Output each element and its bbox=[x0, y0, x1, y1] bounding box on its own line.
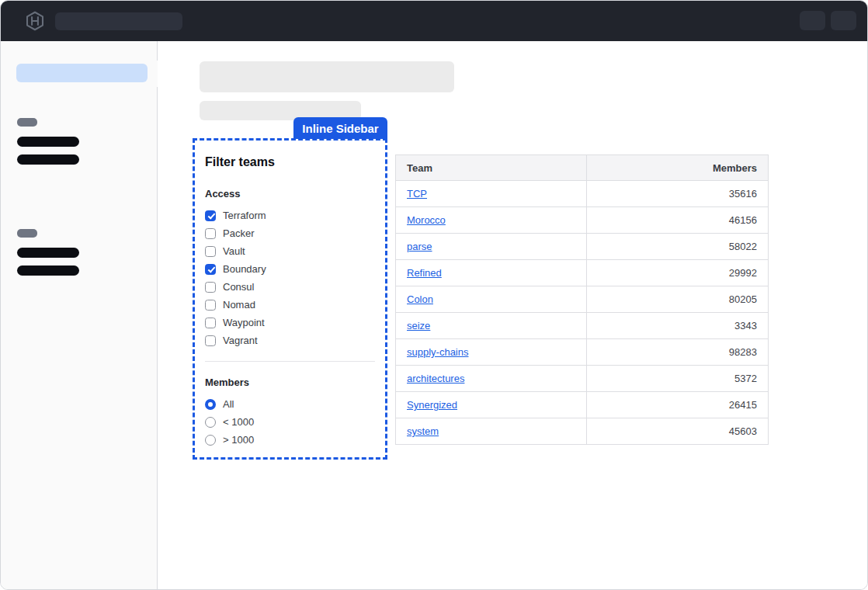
team-link[interactable]: system bbox=[407, 425, 439, 437]
table-row: architectures 5372 bbox=[396, 366, 769, 392]
table-row: Synergized 26415 bbox=[396, 392, 769, 418]
checkbox-label: Waypoint bbox=[223, 317, 265, 328]
checkbox-row-terraform[interactable]: Terraform bbox=[205, 206, 375, 224]
sidebar-link-skeleton[interactable] bbox=[17, 266, 79, 276]
radio-row-gt1000[interactable]: > 1000 bbox=[205, 431, 375, 449]
team-link[interactable]: supply-chains bbox=[407, 346, 469, 358]
members-count: 29992 bbox=[586, 260, 769, 286]
members-group-label: Members bbox=[205, 377, 375, 388]
checkbox-label: Vagrant bbox=[223, 335, 258, 346]
members-all-radio[interactable] bbox=[205, 399, 216, 410]
nomad-checkbox[interactable] bbox=[205, 300, 216, 311]
members-count: 98283 bbox=[586, 339, 769, 366]
topbar-search-placeholder[interactable] bbox=[55, 12, 182, 30]
table-row: Colon 80205 bbox=[396, 286, 769, 313]
checkbox-label: Packer bbox=[223, 227, 254, 239]
members-count: 35616 bbox=[586, 181, 769, 207]
members-gt1000-radio[interactable] bbox=[205, 435, 216, 446]
teams-table: Team Members TCP 35616 Morocco 46156 par… bbox=[395, 154, 769, 445]
table-row: TCP 35616 bbox=[396, 181, 769, 207]
table-row: parse 58022 bbox=[396, 234, 769, 260]
team-link[interactable]: Synergized bbox=[407, 399, 457, 411]
topbar-action-button-1[interactable] bbox=[800, 11, 825, 30]
table-row: seize 3343 bbox=[396, 313, 769, 339]
table-row: system 45603 bbox=[396, 418, 769, 445]
component-label-badge: Inline Sidebar bbox=[293, 117, 387, 139]
page-title-skeleton bbox=[200, 61, 454, 92]
checkbox-label: Vault bbox=[223, 245, 245, 257]
vault-checkbox[interactable] bbox=[205, 246, 216, 257]
radio-label: < 1000 bbox=[223, 416, 254, 428]
members-count: 80205 bbox=[586, 286, 769, 313]
hashicorp-logo-icon bbox=[25, 11, 45, 31]
checkbox-row-vault[interactable]: Vault bbox=[205, 242, 375, 260]
terraform-checkbox[interactable] bbox=[205, 210, 216, 221]
checkbox-row-packer[interactable]: Packer bbox=[205, 224, 375, 242]
top-navigation-bar bbox=[1, 1, 867, 41]
checkbox-label: Nomad bbox=[223, 299, 255, 311]
sidebar-link-skeleton[interactable] bbox=[17, 154, 79, 165]
radio-label: All bbox=[223, 398, 234, 410]
table-header-row: Team Members bbox=[396, 155, 769, 181]
team-link[interactable]: Morocco bbox=[407, 214, 446, 226]
checkbox-label: Terraform bbox=[223, 210, 266, 221]
members-lt1000-radio[interactable] bbox=[205, 417, 216, 428]
table-row: supply-chains 98283 bbox=[396, 339, 769, 366]
app-sidebar bbox=[1, 41, 158, 589]
checkbox-row-consul[interactable]: Consul bbox=[205, 278, 375, 296]
inline-sidebar-filter-panel: Filter teams Access Terraform Packer Vau… bbox=[193, 138, 387, 460]
sidebar-section-heading-skeleton bbox=[17, 118, 37, 127]
team-link[interactable]: parse bbox=[407, 241, 432, 252]
checkbox-row-nomad[interactable]: Nomad bbox=[205, 296, 375, 314]
sidebar-skeleton-group-2 bbox=[17, 229, 79, 283]
checkbox-label: Consul bbox=[223, 281, 254, 293]
team-column-header: Team bbox=[396, 155, 587, 181]
team-link[interactable]: TCP bbox=[407, 188, 427, 200]
members-count: 5372 bbox=[586, 366, 769, 392]
members-count: 58022 bbox=[586, 234, 769, 260]
table-row: Morocco 46156 bbox=[396, 207, 769, 234]
members-count: 46156 bbox=[586, 207, 769, 234]
sidebar-active-item-skeleton[interactable] bbox=[16, 64, 148, 82]
table-row: Refined 29992 bbox=[396, 260, 769, 286]
app-window: Inline Sidebar Filter teams Access Terra… bbox=[0, 0, 868, 590]
vagrant-checkbox[interactable] bbox=[205, 335, 216, 346]
checkbox-row-vagrant[interactable]: Vagrant bbox=[205, 331, 375, 349]
filter-divider bbox=[205, 361, 375, 362]
main-content: Inline Sidebar Filter teams Access Terra… bbox=[158, 41, 867, 589]
waypoint-checkbox[interactable] bbox=[205, 318, 216, 328]
sidebar-section-heading-skeleton bbox=[17, 229, 37, 238]
consul-checkbox[interactable] bbox=[205, 282, 216, 293]
members-count: 45603 bbox=[586, 418, 769, 445]
sidebar-link-skeleton[interactable] bbox=[17, 137, 79, 147]
team-link[interactable]: seize bbox=[407, 320, 430, 331]
members-count: 3343 bbox=[586, 313, 769, 339]
filter-panel-title: Filter teams bbox=[205, 155, 375, 169]
checkbox-label: Boundary bbox=[223, 263, 266, 275]
checkbox-row-waypoint[interactable]: Waypoint bbox=[205, 314, 375, 331]
topbar-action-button-2[interactable] bbox=[831, 11, 856, 30]
team-link[interactable]: architectures bbox=[407, 373, 464, 384]
radio-label: > 1000 bbox=[223, 434, 254, 446]
team-link[interactable]: Colon bbox=[407, 293, 433, 305]
boundary-checkbox[interactable] bbox=[205, 264, 216, 275]
members-count: 26415 bbox=[586, 392, 769, 418]
team-link[interactable]: Refined bbox=[407, 267, 442, 279]
sidebar-link-skeleton[interactable] bbox=[17, 248, 79, 258]
checkbox-row-boundary[interactable]: Boundary bbox=[205, 260, 375, 278]
access-group-label: Access bbox=[205, 188, 375, 200]
radio-row-lt1000[interactable]: < 1000 bbox=[205, 413, 375, 431]
members-column-header: Members bbox=[586, 155, 769, 181]
sidebar-skeleton-group-1 bbox=[17, 118, 79, 172]
packer-checkbox[interactable] bbox=[205, 228, 216, 239]
radio-row-all[interactable]: All bbox=[205, 395, 375, 413]
